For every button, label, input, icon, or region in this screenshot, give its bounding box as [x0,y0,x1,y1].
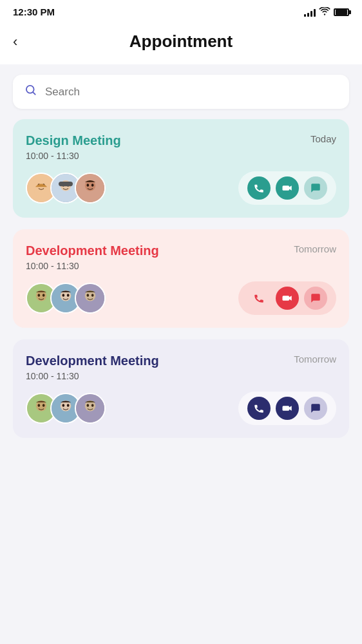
svg-point-36 [67,404,70,407]
card-day: Today [310,133,336,144]
avatar [75,283,106,314]
avatar-group [26,393,106,424]
card-day: Tomorrow [294,243,336,254]
svg-point-40 [91,404,94,407]
svg-point-39 [87,404,90,407]
wifi-icon [319,7,330,17]
avatar-group [26,283,106,314]
action-buttons-green [238,171,336,205]
battery-icon [334,8,349,16]
chat-button[interactable] [304,176,327,200]
svg-point-14 [91,184,94,187]
design-meeting-card: Design Meeting Today 10:00 - 11:30 [13,119,349,218]
status-time: 12:30 PM [13,6,55,17]
chat-button[interactable] [304,287,327,310]
status-icons [304,7,349,17]
header: ‹ Appointment [0,21,362,64]
svg-point-26 [87,294,90,297]
svg-point-35 [62,404,65,407]
card-bottom [26,281,336,315]
phone-button[interactable] [247,176,271,200]
back-button[interactable]: ‹ [13,35,17,49]
card-header: Development Meeting Tomorrow [26,243,336,258]
svg-point-13 [87,184,90,187]
video-button[interactable] [276,176,299,200]
card-title: Development Meeting [26,243,159,258]
svg-rect-10 [59,182,73,186]
search-bar [13,75,349,109]
cards-container: Design Meeting Today 10:00 - 11:30 [0,119,362,438]
action-buttons-navy [238,392,336,425]
development-meeting-card-2: Development Meeting Tomorrow 10:00 - 11:… [13,339,349,438]
signal-icon [304,8,316,17]
svg-rect-41 [283,406,290,411]
card-title: Development Meeting [26,354,159,368]
chat-button[interactable] [304,397,327,420]
development-meeting-card-1: Development Meeting Tomorrow 10:00 - 11:… [13,229,349,328]
phone-button[interactable] [247,287,271,310]
card-time: 10:00 - 11:30 [26,371,336,381]
search-input[interactable] [45,86,338,99]
card-bottom [26,171,336,205]
page-title: Appointment [129,32,233,52]
phone-button[interactable] [247,397,271,420]
action-buttons-red [238,281,336,315]
card-time: 10:00 - 11:30 [26,261,336,271]
svg-point-18 [38,294,41,297]
svg-rect-15 [283,185,290,191]
card-title: Design Meeting [26,133,121,148]
svg-point-32 [43,404,45,407]
card-day: Tomorrow [294,354,336,365]
card-header: Development Meeting Tomorrow [26,354,336,368]
svg-point-27 [91,294,94,297]
search-icon [24,84,37,100]
avatar [75,393,106,424]
video-button[interactable] [276,397,299,420]
avatar [75,173,106,204]
avatar-group [26,173,106,204]
svg-point-23 [67,294,70,297]
card-header: Design Meeting Today [26,133,336,148]
card-bottom [26,392,336,425]
svg-point-22 [62,294,65,297]
status-bar: 12:30 PM [0,0,362,21]
svg-point-19 [43,294,45,297]
video-button[interactable] [276,287,299,310]
card-time: 10:00 - 11:30 [26,151,336,161]
svg-rect-28 [283,296,290,301]
svg-point-31 [38,404,41,407]
